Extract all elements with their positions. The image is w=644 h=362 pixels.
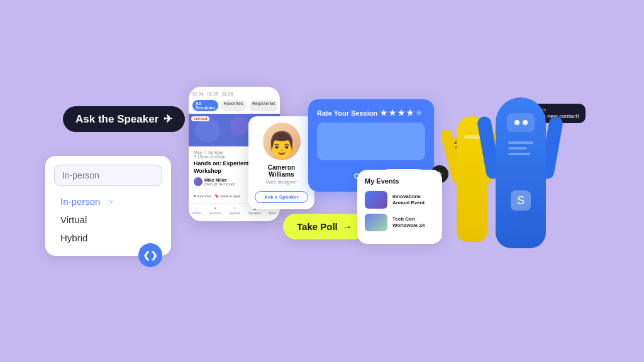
blue-line-1 <box>508 141 533 144</box>
tab-all-sessions[interactable]: All Sessions <box>192 100 218 111</box>
star-rating[interactable]: ★ ★ ★ ★ ★ <box>380 108 423 118</box>
moderator-role: CEO @ TechConf. <box>204 182 235 186</box>
blue-eye-left <box>514 120 519 125</box>
nav-home[interactable]: ⌂ Home <box>192 206 201 215</box>
dropdown-nav-button[interactable]: ❮❯ <box>138 243 162 267</box>
cursor-icon: ☞ <box>107 197 114 207</box>
speaker-avatar: 👨 <box>266 132 297 157</box>
ask-speaker-button[interactable]: Ask the Speaker ✈ <box>63 106 185 132</box>
moderator-name: Mike Miller <box>204 178 235 182</box>
event-item-2[interactable]: Tech Con Worldwide 24 <box>365 214 435 231</box>
home-icon: ⌂ <box>196 206 197 210</box>
rate-session-textarea[interactable] <box>317 123 425 160</box>
option-in-person[interactable]: In-person ☞ <box>54 192 162 211</box>
save-seat-action[interactable]: 🔖 Save a seat <box>214 194 240 198</box>
speaker-photo: 👨 <box>263 123 301 160</box>
tab-registered[interactable]: Registered <box>249 100 278 111</box>
event-name-2: Tech Con Worldwide 24 <box>392 216 435 229</box>
blue-eye-right <box>523 120 528 125</box>
my-events-title: My Events <box>365 177 435 185</box>
limited-badge: Limited <box>191 116 209 121</box>
event-item-1[interactable]: Innovations Annual Event <box>365 191 435 209</box>
heart-icon: ♥ <box>194 194 196 198</box>
send-icon: ✈ <box>164 112 172 126</box>
speaker-popup-card: 👨 Cameron Williams Web designer Ask a Sp… <box>248 116 314 209</box>
ask-speaker-cta[interactable]: Ask a Speaker <box>255 191 308 203</box>
nav-sponsors[interactable]: ★ Sponsors <box>209 206 222 215</box>
tab-favorites[interactable]: Favorites <box>221 100 247 111</box>
star-3[interactable]: ★ <box>397 108 405 118</box>
speaker-name: Cameron Williams <box>255 164 308 178</box>
blue-face <box>507 113 535 132</box>
date-chip: 02.26 <box>222 92 233 96</box>
take-poll-button[interactable]: Take Poll → <box>283 214 366 239</box>
event-thumbnail-2 <box>365 214 387 231</box>
rate-session-title: Rate Your Session ★ ★ ★ ★ ★ <box>317 108 425 118</box>
chevron-icon: ❮❯ <box>143 250 158 260</box>
brand-icon: S <box>511 190 531 211</box>
star-2[interactable]: ★ <box>389 108 396 118</box>
format-dropdown-card: In-person ☞ Virtual Hybrid ❮❯ <box>45 156 171 256</box>
event-thumbnail-1 <box>365 191 387 209</box>
blue-lines <box>508 141 533 155</box>
agenda-icon: ≡ <box>234 206 236 210</box>
arrow-icon: → <box>343 221 352 232</box>
event-name-1: Innovations Annual Event <box>392 194 435 207</box>
bookmark-icon: 🔖 <box>214 194 219 198</box>
blue-line-2 <box>508 147 527 150</box>
my-events-card: My Events Innovations Annual Event Tech … <box>357 170 442 244</box>
blue-line-3 <box>508 153 530 155</box>
yellow-stripe <box>464 135 480 139</box>
dates-row: 02.24 02.25 02.26 <box>189 92 280 96</box>
blue-figure: S <box>489 97 552 267</box>
nav-agenda[interactable]: ≡ Agenda <box>230 206 240 215</box>
format-input[interactable] <box>54 165 162 186</box>
blue-torso: S <box>496 97 546 248</box>
option-virtual[interactable]: Virtual <box>54 211 162 229</box>
star-4[interactable]: ★ <box>406 108 414 118</box>
sponsors-icon: ★ <box>214 206 216 210</box>
ask-speaker-label: Ask the Speaker <box>75 113 158 126</box>
favorite-action[interactable]: ♥ Favorite <box>194 194 211 198</box>
take-poll-label: Take Poll <box>297 221 338 232</box>
moderator-avatar <box>194 177 203 186</box>
speaker-role: Web designer <box>255 179 308 185</box>
tabs-row: All Sessions Favorites Registered <box>189 100 280 111</box>
star-5[interactable]: ★ <box>415 108 423 118</box>
date-chip: 02.24 <box>192 92 204 96</box>
date-chip: 02.25 <box>208 92 219 96</box>
star-1[interactable]: ★ <box>380 108 387 118</box>
